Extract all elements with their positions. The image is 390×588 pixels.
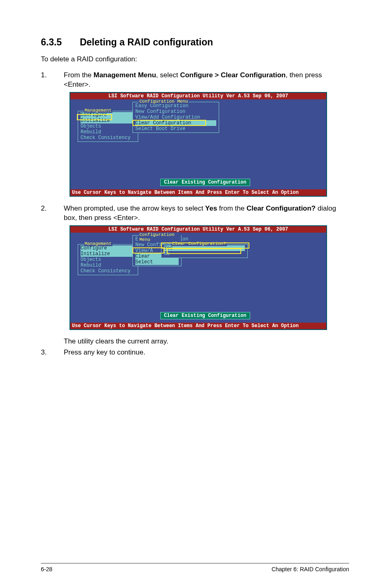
section-heading: 6.3.5Deleting a RAID configuration: [41, 37, 349, 48]
s1-mid: , select: [156, 71, 180, 79]
cfg-select-2[interactable]: Select: [135, 259, 179, 265]
step-3: 3. Press any key to continue.: [41, 348, 349, 357]
s2-mid: from the: [217, 204, 247, 212]
step-2-body: When prompted, use the arrow keys to sel…: [64, 204, 349, 223]
status-box-2: Clear Existing Configuration: [160, 312, 250, 319]
step-1: 1. From the Management Menu, select Conf…: [41, 71, 349, 90]
footer-left: 6-28: [41, 566, 52, 572]
mgmt-item-rebuild-2[interactable]: Rebuild: [81, 263, 135, 268]
screenshot-1: LSI Software RAID Configuration Utility …: [69, 92, 327, 197]
ss1-content: Management Configure Initialize Objects …: [70, 99, 326, 189]
utility-clears-text: The utility clears the current array.: [64, 337, 349, 346]
page-footer: 6-28 Chapter 6: RAID Configuration: [41, 563, 349, 572]
s2-b2: Clear Configuration?: [247, 204, 316, 212]
management-menu-title-2: Management: [84, 241, 112, 246]
s1-pre: From the: [64, 71, 94, 79]
mgmt-item-rebuild[interactable]: Rebuild: [81, 129, 135, 135]
mgmt-item-objects[interactable]: Objects: [81, 123, 135, 129]
step-1-body: From the Management Menu, select Configu…: [64, 71, 349, 90]
ss2-titlebar: LSI Software RAID Configuration Utility …: [70, 226, 326, 233]
mgmt-item-initialize[interactable]: Initialize: [81, 118, 135, 123]
mgmt-item-check-2[interactable]: Check Consistency: [81, 268, 135, 274]
ss1-titlebar: LSI Software RAID Configuration Utility …: [70, 93, 326, 99]
cfg-viewadd[interactable]: View/Add Configuration: [135, 114, 216, 120]
management-menu-2: Management Configure Initialize Objects …: [78, 244, 138, 275]
s1-b2: Configure > Clear Configuration: [180, 71, 285, 79]
section-title: Deleting a RAID configuration: [80, 37, 213, 47]
footer-right: Chapter 6: RAID Configuration: [271, 566, 349, 572]
configuration-menu-title-2: Configuration Menu: [139, 232, 181, 242]
ss2-content: Management Configure Initialize Objects …: [70, 233, 326, 323]
management-menu: Management Configure Initialize Objects …: [78, 111, 138, 142]
mgmt-item-objects-2[interactable]: Objects: [81, 257, 135, 263]
screenshot-2: LSI Software RAID Configuration Utility …: [69, 225, 327, 330]
mgmt-item-check[interactable]: Check Consistency: [81, 135, 135, 141]
dialog-yes[interactable]: Yes: [164, 245, 245, 251]
cfg-clear[interactable]: Clear Configuration: [135, 120, 216, 126]
cfg-new[interactable]: New Configuration: [135, 109, 216, 114]
step-3-body: Press any key to continue.: [64, 348, 349, 357]
mgmt-item-configure[interactable]: Configure: [81, 112, 135, 118]
dialog-no[interactable]: No: [164, 251, 245, 257]
mgmt-item-configure-2[interactable]: Configure: [81, 245, 135, 251]
clear-configuration-dialog: Clear Configuration? Yes No: [161, 244, 248, 258]
ss2-bottombar: Use Cursor Keys to Navigate Between Item…: [70, 323, 326, 329]
step-2-num: 2.: [41, 204, 64, 223]
management-menu-title: Management: [84, 108, 112, 113]
s2-pre: When prompted, use the arrow keys to sel…: [64, 204, 205, 212]
step-3-num: 3.: [41, 348, 64, 357]
clear-configuration-dialog-title: Clear Configuration?: [171, 241, 227, 246]
step-1-num: 1.: [41, 71, 64, 90]
cfg-selectboot[interactable]: Select Boot Drive: [135, 126, 216, 132]
section-number: 6.3.5: [41, 37, 62, 48]
status-box: Clear Existing Configuration: [160, 179, 250, 186]
ss1-bottombar: Use Cursor Keys to Navigate Between Item…: [70, 189, 326, 196]
step-2: 2. When prompted, use the arrow keys to …: [41, 204, 349, 223]
cfg-easy[interactable]: Easy Configuration: [135, 103, 216, 109]
s1-b1: Management Menu: [94, 71, 156, 79]
s2-b1: Yes: [205, 204, 217, 212]
configuration-menu: Configuration Menu Easy Configuration Ne…: [132, 102, 219, 133]
mgmt-item-initialize-2[interactable]: Initialize: [81, 251, 135, 257]
configuration-menu-title: Configuration Menu: [139, 99, 189, 104]
intro-text: To delete a RAID configuration:: [41, 55, 349, 63]
